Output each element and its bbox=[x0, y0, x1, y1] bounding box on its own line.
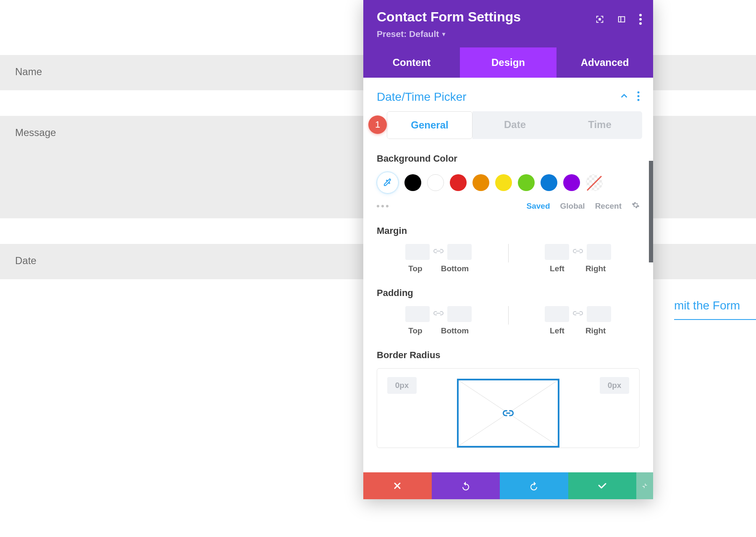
chevron-down-icon: ▾ bbox=[442, 31, 445, 37]
menu-icon[interactable] bbox=[639, 13, 642, 27]
swatch-black[interactable] bbox=[404, 174, 421, 191]
border-radius-label: Border Radius bbox=[377, 350, 640, 361]
margin-top-label: Top bbox=[408, 264, 422, 273]
padding-right-label: Right bbox=[585, 326, 606, 335]
padding-label: Padding bbox=[377, 288, 640, 299]
action-bar bbox=[363, 472, 653, 499]
svg-point-6 bbox=[638, 99, 640, 101]
submit-button[interactable]: mit the Form bbox=[674, 299, 756, 320]
padding-right-input[interactable] bbox=[587, 306, 611, 322]
svg-point-3 bbox=[639, 22, 642, 25]
swatch-orange[interactable] bbox=[472, 174, 489, 191]
link-icon[interactable] bbox=[572, 309, 583, 319]
panel-body: Date/Time Picker 1 General Date Time Bac… bbox=[363, 78, 653, 472]
margin-label: Margin bbox=[377, 225, 640, 236]
svg-point-1 bbox=[639, 14, 642, 16]
section-title[interactable]: Date/Time Picker bbox=[377, 90, 467, 104]
subtab-date[interactable]: Date bbox=[472, 111, 557, 139]
padding-top-input[interactable] bbox=[405, 306, 430, 322]
swatch-purple[interactable] bbox=[563, 174, 580, 191]
divider bbox=[508, 306, 509, 325]
panel-header: Contact Form Settings Preset: Default ▾ bbox=[363, 0, 653, 47]
step-badge: 1 bbox=[368, 115, 387, 134]
swatch-green[interactable] bbox=[518, 174, 535, 191]
padding-top-label: Top bbox=[408, 326, 422, 335]
more-colors-icon[interactable] bbox=[377, 205, 388, 207]
bg-color-label: Background Color bbox=[377, 153, 640, 164]
svg-point-4 bbox=[638, 92, 640, 94]
swatch-yellow[interactable] bbox=[495, 174, 512, 191]
focus-icon[interactable] bbox=[595, 15, 604, 26]
subtab-time[interactable]: Time bbox=[557, 111, 642, 139]
divider bbox=[508, 244, 509, 262]
redo-button[interactable] bbox=[500, 472, 568, 499]
palette-saved[interactable]: Saved bbox=[527, 202, 550, 211]
save-button[interactable] bbox=[568, 472, 637, 499]
color-swatches bbox=[377, 172, 640, 194]
gear-icon[interactable] bbox=[632, 201, 640, 211]
svg-point-2 bbox=[639, 18, 642, 21]
section-menu-icon[interactable] bbox=[637, 91, 640, 103]
palette-recent[interactable]: Recent bbox=[595, 202, 622, 211]
svg-rect-0 bbox=[598, 18, 601, 21]
expand-button[interactable] bbox=[636, 472, 653, 499]
margin-right-label: Right bbox=[585, 264, 606, 273]
swatch-blue[interactable] bbox=[541, 174, 557, 191]
margin-left-input[interactable] bbox=[545, 244, 569, 260]
padding-left-input[interactable] bbox=[545, 306, 569, 322]
swatch-white[interactable] bbox=[427, 174, 444, 191]
swatch-red[interactable] bbox=[450, 174, 467, 191]
cancel-button[interactable] bbox=[363, 472, 432, 499]
radius-preview[interactable] bbox=[457, 379, 559, 448]
radius-top-left-input[interactable]: 0px bbox=[387, 377, 417, 394]
margin-bottom-input[interactable] bbox=[447, 244, 472, 260]
chevron-up-icon[interactable] bbox=[620, 92, 629, 102]
undo-button[interactable] bbox=[432, 472, 500, 499]
settings-panel: Contact Form Settings Preset: Default ▾ … bbox=[363, 0, 653, 499]
margin-right-input[interactable] bbox=[587, 244, 611, 260]
eyedropper-icon[interactable] bbox=[377, 172, 399, 194]
tab-design[interactable]: Design bbox=[460, 47, 556, 78]
padding-left-label: Left bbox=[550, 326, 564, 335]
main-tabs: Content Design Advanced bbox=[363, 47, 653, 78]
columns-icon[interactable] bbox=[617, 15, 626, 26]
svg-point-5 bbox=[638, 95, 640, 97]
padding-bottom-input[interactable] bbox=[447, 306, 472, 322]
link-icon[interactable] bbox=[572, 247, 583, 257]
subtab-general[interactable]: General bbox=[387, 111, 472, 139]
link-icon[interactable] bbox=[433, 309, 444, 319]
margin-left-label: Left bbox=[550, 264, 564, 273]
swatch-none[interactable] bbox=[586, 174, 603, 191]
border-radius-control: 0px 0px bbox=[377, 368, 640, 448]
margin-top-input[interactable] bbox=[405, 244, 430, 260]
scrollbar[interactable] bbox=[649, 161, 653, 262]
padding-bottom-label: Bottom bbox=[441, 326, 469, 335]
margin-bottom-label: Bottom bbox=[441, 264, 469, 273]
preset-selector[interactable]: Preset: Default ▾ bbox=[377, 29, 445, 39]
tab-advanced[interactable]: Advanced bbox=[556, 47, 653, 78]
tab-content[interactable]: Content bbox=[363, 47, 460, 78]
radius-top-right-input[interactable]: 0px bbox=[600, 377, 629, 394]
palette-global[interactable]: Global bbox=[560, 202, 585, 211]
preset-label: Preset: Default bbox=[377, 29, 439, 39]
link-icon[interactable] bbox=[433, 247, 444, 257]
